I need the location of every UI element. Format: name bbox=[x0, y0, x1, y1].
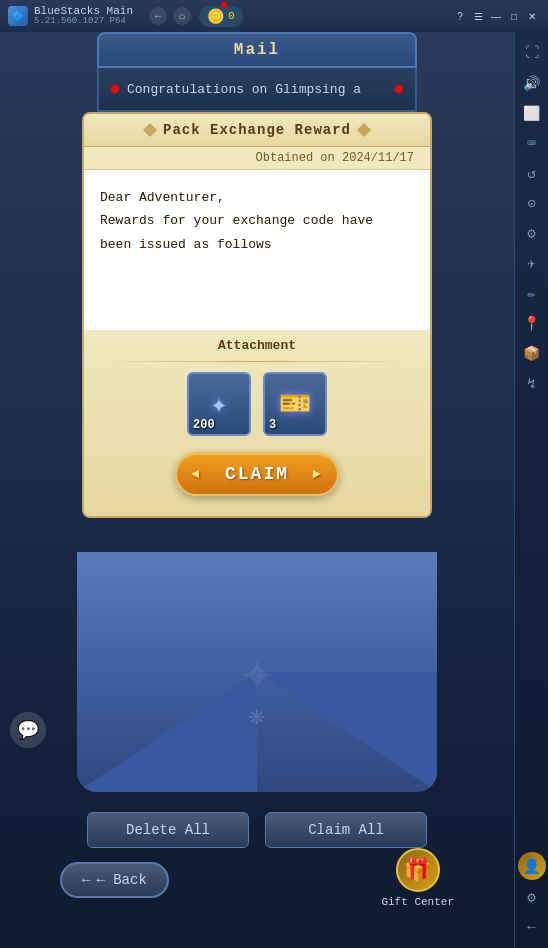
nav-controls: ← ⌂ bbox=[149, 7, 191, 25]
sidebar-location-icon[interactable]: 📍 bbox=[519, 310, 545, 336]
back-button[interactable]: ← ← Back bbox=[60, 862, 169, 898]
chat-bubble-button[interactable]: 💬 bbox=[10, 712, 46, 748]
attachment-item-2: 🎫 3 bbox=[263, 372, 327, 436]
attachment-items: ✦ 200 🎫 3 bbox=[100, 372, 414, 436]
gift-center-button[interactable]: 🎁 Gift Center bbox=[381, 848, 454, 908]
attachment-item-1: ✦ 200 bbox=[187, 372, 251, 436]
sidebar-sound-icon[interactable]: 🔊 bbox=[519, 70, 545, 96]
letter-body: Dear Adventurer, Rewards for your exchan… bbox=[84, 170, 430, 330]
bottom-buttons: Delete All Claim All bbox=[87, 812, 427, 848]
close-btn[interactable]: ✕ bbox=[524, 8, 540, 24]
sidebar-settings-icon[interactable]: ⚙ bbox=[519, 220, 545, 246]
delete-all-button[interactable]: Delete All bbox=[87, 812, 249, 848]
letter-header: Pack Exchange Reward bbox=[84, 114, 430, 147]
mail-list-item[interactable]: Congratulations on Glimpsing a bbox=[97, 68, 417, 112]
gift-icon: 🎁 bbox=[396, 848, 440, 892]
mail-panel-header: Mail bbox=[97, 32, 417, 68]
item1-count: 200 bbox=[193, 418, 215, 432]
back-arrow-icon: ← bbox=[82, 872, 90, 888]
sidebar-back-icon[interactable]: ← bbox=[519, 914, 545, 940]
mail-title: Mail bbox=[234, 41, 280, 59]
sidebar-gear-icon[interactable]: ⚙ bbox=[519, 884, 545, 910]
coins-display: 🪙 0 bbox=[199, 6, 243, 27]
help-btn[interactable]: ? bbox=[452, 8, 468, 24]
body-line2: Rewards for your exchange code have bbox=[100, 209, 414, 232]
app-logo: 🔷 bbox=[8, 6, 28, 26]
title-bar: 🔷 BlueStacks Main 5.21.560.1027 P64 ← ⌂ … bbox=[0, 0, 548, 32]
chat-icon: 💬 bbox=[17, 719, 39, 741]
sidebar-target-icon[interactable]: ⊙ bbox=[519, 190, 545, 216]
header-diamond-right bbox=[357, 123, 371, 137]
header-diamond-left bbox=[143, 123, 157, 137]
mail-item-preview: Congratulations on Glimpsing a bbox=[127, 82, 361, 97]
sidebar-package-icon[interactable]: 📦 bbox=[519, 340, 545, 366]
attachment-divider bbox=[100, 361, 414, 362]
sidebar-bolt-icon[interactable]: ↯ bbox=[519, 370, 545, 396]
mail-red-badge bbox=[395, 85, 403, 93]
sidebar-flight-icon[interactable]: ✈ bbox=[519, 250, 545, 276]
claim-btn-container: CLAIM bbox=[100, 448, 414, 504]
right-sidebar: ⛶ 🔊 ⬜ ⌨ ↺ ⊙ ⚙ ✈ ✏ 📍 📦 ↯ 👤 ⚙ ← bbox=[514, 32, 548, 948]
restore-btn[interactable]: □ bbox=[506, 8, 522, 24]
window-controls[interactable]: ? ☰ — □ ✕ bbox=[452, 8, 540, 24]
attachment-label: Attachment bbox=[100, 338, 414, 353]
letter-date: Obtained on 2024/11/17 bbox=[84, 147, 430, 170]
sidebar-screen-icon[interactable]: ⬜ bbox=[519, 100, 545, 126]
envelope-bottom-pattern: ❋ bbox=[249, 698, 266, 732]
envelope-flap-left bbox=[77, 672, 257, 792]
back-nav-btn[interactable]: ← bbox=[149, 7, 167, 25]
sidebar-keyboard-icon[interactable]: ⌨ bbox=[519, 130, 545, 156]
ticket-icon: 🎫 bbox=[279, 388, 311, 420]
minimize-btn[interactable]: — bbox=[488, 8, 504, 24]
unread-dot bbox=[111, 85, 119, 93]
game-area: Mail Congratulations on Glimpsing a Pack… bbox=[0, 32, 514, 948]
menu-btn[interactable]: ☰ bbox=[470, 8, 486, 24]
body-line3: been issued as follows bbox=[100, 233, 414, 256]
sidebar-edit-icon[interactable]: ✏ bbox=[519, 280, 545, 306]
gift-center-label: Gift Center bbox=[381, 896, 454, 908]
coins-value: 0 bbox=[228, 10, 235, 22]
star-crystal-icon: ✦ bbox=[211, 387, 228, 421]
home-nav-btn[interactable]: ⌂ bbox=[173, 7, 191, 25]
envelope-body: ✦ ❋ bbox=[77, 552, 437, 792]
envelope-flap-right bbox=[257, 672, 437, 792]
letter-modal: Pack Exchange Reward Obtained on 2024/11… bbox=[82, 112, 432, 518]
sidebar-expand-icon[interactable]: ⛶ bbox=[519, 40, 545, 66]
app-version: 5.21.560.1027 P64 bbox=[34, 17, 133, 27]
sidebar-rotate-icon[interactable]: ↺ bbox=[519, 160, 545, 186]
body-line1: Dear Adventurer, bbox=[100, 186, 414, 209]
item2-count: 3 bbox=[269, 418, 276, 432]
claim-button[interactable]: CLAIM bbox=[175, 452, 339, 496]
attachment-section: Attachment ✦ 200 🎫 3 CLAIM bbox=[84, 330, 430, 516]
letter-title: Pack Exchange Reward bbox=[163, 122, 351, 138]
back-label: ← Back bbox=[96, 872, 146, 888]
sidebar-user-avatar[interactable]: 👤 bbox=[518, 852, 546, 880]
claim-all-button[interactable]: Claim All bbox=[265, 812, 427, 848]
coins-notification-dot bbox=[221, 2, 227, 8]
